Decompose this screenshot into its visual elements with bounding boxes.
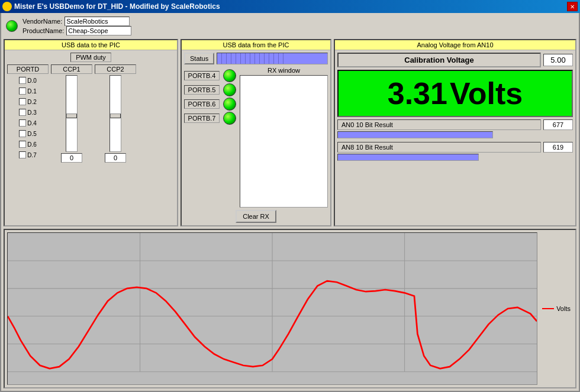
- seg-8: [250, 53, 255, 64]
- portb6-label: PORTB.6: [184, 99, 220, 109]
- seg-9: [255, 53, 260, 64]
- portd-checkbox-5[interactable]: [19, 130, 26, 137]
- portd-checkbox-2[interactable]: [19, 98, 26, 105]
- portd-bit-2: D.2: [19, 96, 37, 107]
- status-button[interactable]: Status: [184, 53, 214, 64]
- title-bar: Mister E's USBDemo for DT_HID - Modified…: [0, 0, 580, 13]
- product-field: ProductName:: [22, 26, 131, 35]
- ccp2-section: CCP2 0: [95, 64, 136, 163]
- portd-bit-5: D.5: [19, 128, 37, 139]
- rx-window[interactable]: [240, 75, 328, 208]
- seg-4: [231, 53, 236, 64]
- ccp2-value: 0: [105, 153, 126, 163]
- seg-7: [246, 53, 250, 64]
- portd-label: PORTD: [7, 64, 49, 74]
- portd-checkbox-1[interactable]: [19, 88, 26, 95]
- portd-checkbox-7[interactable]: [19, 151, 26, 158]
- an0-label: AN0 10 Bit Result: [337, 119, 541, 130]
- portd-bit-label-0: D.0: [27, 77, 37, 84]
- right-panel-content: Calibration Voltage 3.31 Volts AN0 10 Bi…: [335, 50, 575, 225]
- ccp1-label: CCP1: [51, 64, 92, 74]
- portd-checkbox-3[interactable]: [19, 109, 26, 116]
- ports-row: PORTD D.0 D.1: [7, 64, 175, 163]
- portb6-row: PORTB.6: [184, 98, 236, 111]
- an0-row: AN0 10 Bit Result 677: [337, 119, 573, 130]
- portb6-led: [223, 98, 236, 111]
- voltage-display: 3.31 Volts: [337, 70, 573, 117]
- portd-bit-4: D.4: [19, 118, 37, 128]
- seg-1: [217, 53, 222, 64]
- ccp1-slider-thumb[interactable]: [66, 114, 77, 118]
- pwm-label[interactable]: PWM duty: [70, 53, 111, 62]
- mid-panel: USB data from the PIC Status: [181, 39, 331, 226]
- panels-row: USB data to the PIC PWM duty PORTD D.0: [4, 39, 576, 226]
- info-row: VendorName: ProductName:: [4, 15, 576, 37]
- an8-value: 619: [543, 142, 573, 153]
- ccp1-section: CCP1 0: [51, 64, 92, 163]
- right-panel: Analog Voltage from AN10 Calibration Vol…: [334, 39, 576, 226]
- product-input[interactable]: [66, 26, 131, 35]
- ccp2-slider-track[interactable]: [109, 75, 121, 152]
- seg-3: [227, 53, 231, 64]
- right-panel-header: Analog Voltage from AN10: [335, 40, 575, 50]
- legend-volts: Volts: [542, 305, 571, 312]
- left-panel: USB data to the PIC PWM duty PORTD D.0: [4, 39, 178, 226]
- legend-label: Volts: [556, 305, 571, 312]
- status-row: Status: [184, 53, 328, 64]
- an8-row: AN8 10 Bit Result 619: [337, 142, 573, 153]
- portd-bit-label-6: D.6: [27, 141, 37, 148]
- portd-bit-label-1: D.1: [27, 88, 37, 95]
- portd-bit-3: D.3: [19, 107, 37, 118]
- info-labels: VendorName: ProductName:: [22, 17, 131, 35]
- portb5-row: PORTB.5: [184, 83, 236, 96]
- portd-bit-label-7: D.7: [27, 152, 37, 158]
- an8-label: AN8 10 Bit Result: [337, 142, 541, 153]
- calib-input[interactable]: [543, 54, 573, 66]
- close-button[interactable]: ✕: [567, 2, 578, 11]
- portd-checkbox-6[interactable]: [19, 141, 26, 148]
- portb7-label: PORTB.7: [184, 114, 220, 123]
- vendor-input[interactable]: [65, 17, 130, 26]
- calib-label: Calibration Voltage: [337, 53, 541, 67]
- portb4-led: [223, 69, 236, 82]
- portb5-led: [223, 83, 236, 96]
- voltage-number: 3.31: [388, 76, 447, 111]
- an0-bar: [337, 131, 493, 138]
- portd-checkbox-0[interactable]: [19, 77, 26, 84]
- vendor-label: VendorName:: [22, 18, 62, 25]
- title-text: Mister E's USBDemo for DT_HID - Modified…: [14, 2, 220, 11]
- portd-section: PORTD D.0 D.1: [7, 64, 49, 163]
- seg-13: [274, 53, 279, 64]
- portd-bit-0: D.0: [19, 75, 37, 86]
- portd-bit-6: D.6: [19, 139, 37, 150]
- rx-window-label: RX window: [240, 67, 328, 74]
- rx-section: RX window: [240, 67, 328, 208]
- legend-line: [542, 308, 554, 309]
- left-panel-header: USB data to the PIC: [5, 40, 177, 50]
- clear-rx-button[interactable]: Clear RX: [236, 210, 276, 223]
- mid-panel-content: Status: [182, 50, 330, 225]
- left-panel-content: PWM duty PORTD D.0 D.1: [5, 50, 177, 225]
- seg-2: [222, 53, 227, 64]
- seg-12: [269, 53, 274, 64]
- main-window: VendorName: ProductName: USB data to the…: [0, 13, 580, 392]
- portb7-row: PORTB.7: [184, 112, 236, 125]
- portb4-label: PORTB.4: [184, 71, 220, 80]
- an0-value: 677: [543, 119, 573, 130]
- seg-10: [260, 53, 265, 64]
- an8-bar: [337, 154, 479, 161]
- portd-checkbox-4[interactable]: [19, 119, 26, 127]
- product-label: ProductName:: [22, 27, 64, 34]
- chart-svg: 5 4 3 2 1 0: [8, 233, 537, 384]
- ccp2-slider-thumb[interactable]: [110, 114, 121, 118]
- status-progress-bar: [217, 53, 328, 64]
- portd-bit-1: D.1: [19, 86, 37, 96]
- ccp1-slider-track[interactable]: [66, 75, 78, 152]
- voltage-unit: Volts: [450, 76, 523, 111]
- chart-legend: Volts: [540, 232, 573, 385]
- portb4-row: PORTB.4: [184, 69, 236, 82]
- connection-led: [6, 20, 18, 32]
- portd-bit-label-4: D.4: [27, 120, 37, 127]
- mid-panel-header: USB data from the PIC: [182, 40, 330, 50]
- portb7-led: [223, 112, 236, 125]
